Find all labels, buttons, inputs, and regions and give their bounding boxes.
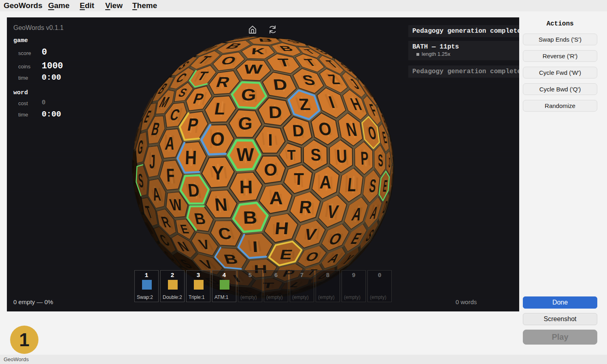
svg-text:K: K (250, 46, 265, 56)
svg-text:O: O (264, 160, 277, 179)
svg-text:G: G (238, 114, 253, 133)
svg-text:A: A (269, 188, 283, 208)
svg-text:G: G (240, 86, 257, 104)
svg-text:I: I (252, 238, 259, 255)
svg-text:H: H (239, 177, 253, 197)
svg-text:U: U (336, 146, 348, 167)
svg-text:F: F (166, 165, 175, 186)
svg-text:R: R (132, 156, 134, 177)
svg-text:D: D (272, 76, 288, 93)
svg-text:H: H (274, 218, 290, 238)
svg-text:J: J (149, 150, 155, 172)
svg-text:W: W (243, 62, 263, 76)
svg-text:O: O (210, 128, 225, 150)
svg-text:D: D (291, 121, 305, 140)
svg-text:T: T (293, 170, 304, 189)
svg-text:B: B (242, 207, 257, 228)
svg-text:W: W (236, 144, 254, 165)
svg-text:I: I (268, 130, 273, 149)
svg-text:Y: Y (212, 162, 224, 184)
svg-text:T: T (287, 147, 296, 163)
svg-text:A: A (319, 172, 332, 193)
svg-text:N: N (214, 194, 228, 214)
svg-text:P: P (360, 148, 369, 169)
svg-text:D: D (187, 180, 200, 201)
svg-text:D: D (268, 103, 282, 122)
svg-text:R: R (298, 197, 313, 217)
svg-text:S: S (378, 151, 383, 170)
svg-text:S: S (310, 146, 321, 165)
svg-text:H: H (185, 146, 197, 168)
